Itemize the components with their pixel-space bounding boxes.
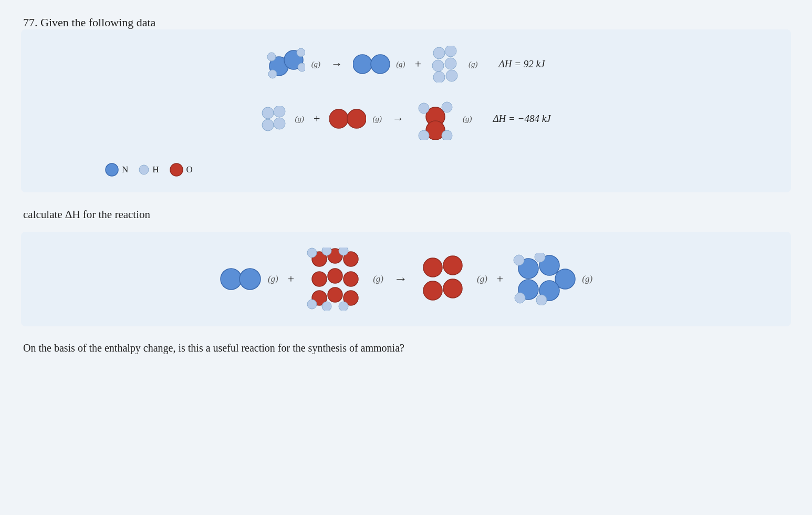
svg-point-45 — [339, 302, 348, 311]
svg-point-13 — [446, 70, 457, 81]
reaction2-deltah: ΔH = −484 kJ — [493, 113, 550, 125]
svg-point-36 — [339, 248, 348, 255]
svg-point-27 — [139, 165, 149, 174]
svg-point-39 — [343, 272, 358, 286]
question-number: 77. Given the following data — [21, 16, 155, 29]
svg-point-35 — [322, 248, 331, 255]
plus1: + — [415, 57, 421, 71]
svg-point-47 — [443, 256, 462, 275]
svg-point-9 — [445, 46, 456, 57]
legend-n: N — [105, 163, 128, 177]
svg-point-2 — [267, 53, 276, 61]
reactant1-molecule — [267, 45, 305, 83]
reaction1-arrow: → — [331, 57, 342, 71]
calculate-text: calculate ΔH for the reaction — [21, 208, 791, 221]
final-text: On the basis of the enthalpy change, is … — [21, 342, 791, 354]
svg-point-34 — [307, 248, 317, 258]
svg-point-37 — [312, 272, 327, 286]
svg-point-14 — [262, 107, 274, 119]
reaction2-arrow: → — [392, 112, 404, 126]
svg-point-22 — [442, 102, 452, 112]
svg-point-28 — [170, 163, 183, 176]
svg-point-46 — [423, 258, 442, 277]
svg-point-43 — [307, 300, 317, 309]
product1b-molecule — [431, 46, 462, 83]
product1b-g: (g) — [469, 60, 478, 69]
svg-point-19 — [347, 109, 366, 128]
svg-point-3 — [268, 70, 277, 78]
svg-point-7 — [371, 55, 390, 74]
legend-o: O — [170, 163, 193, 177]
reactant2b-g: (g) — [372, 115, 382, 123]
reaction-box: (g) + — [21, 232, 791, 326]
svg-point-6 — [353, 55, 372, 74]
main-plus2: + — [497, 272, 503, 286]
svg-point-44 — [322, 302, 331, 311]
svg-point-16 — [262, 119, 274, 131]
legend: N H O — [105, 163, 193, 177]
reaction1-deltah: ΔH = 92 kJ — [499, 58, 545, 70]
svg-point-25 — [442, 130, 452, 140]
product1a-molecule — [353, 53, 390, 76]
main-product2 — [513, 253, 576, 305]
reaction2-row: (g) + (g) → (g) ΔH = −484 k — [261, 98, 550, 140]
svg-point-29 — [221, 269, 242, 290]
reactant2a-g: (g) — [295, 115, 304, 123]
svg-point-5 — [298, 63, 305, 71]
svg-point-18 — [329, 109, 348, 128]
main-reactant1 — [220, 261, 262, 297]
svg-point-30 — [240, 269, 261, 290]
reactant2b-molecule — [329, 107, 366, 130]
legend-h-label: H — [152, 164, 159, 175]
legend-o-label: O — [186, 164, 193, 175]
main-product1 — [418, 253, 471, 305]
svg-point-49 — [443, 279, 462, 298]
svg-point-56 — [535, 253, 545, 262]
svg-point-11 — [445, 58, 456, 69]
svg-point-21 — [419, 103, 429, 114]
legend-n-label: N — [122, 164, 128, 175]
svg-point-17 — [274, 118, 285, 129]
main-reactant2-g: (g) — [373, 274, 383, 284]
product2-g: (g) — [463, 115, 472, 123]
svg-point-57 — [515, 293, 525, 303]
svg-point-12 — [433, 71, 445, 83]
reactant1-g: (g) — [311, 60, 321, 69]
question-title: 77. Given the following data — [21, 16, 791, 29]
product2-molecule — [414, 98, 456, 140]
svg-point-26 — [106, 163, 118, 176]
svg-point-48 — [423, 281, 442, 300]
reaction1-row: (g) → (g) + (g) ΔH — [267, 45, 545, 83]
reactant2a-molecule — [261, 106, 288, 131]
main-reaction-row: (g) + — [220, 248, 592, 311]
main-arrow: → — [394, 271, 408, 287]
plus2: + — [314, 112, 320, 126]
product1a-g: (g) — [396, 60, 405, 69]
legend-h: H — [139, 164, 159, 175]
svg-point-4 — [297, 48, 305, 57]
svg-point-58 — [536, 295, 547, 305]
main-reactant1-g: (g) — [268, 274, 278, 284]
main-product1-g: (g) — [477, 274, 487, 284]
svg-point-55 — [514, 255, 524, 265]
svg-point-24 — [419, 130, 429, 140]
data-box: (g) → (g) + (g) ΔH — [21, 29, 791, 192]
main-plus1: + — [288, 272, 294, 286]
svg-point-41 — [328, 287, 342, 302]
svg-point-15 — [274, 106, 285, 117]
svg-point-10 — [432, 60, 444, 71]
main-product2-g: (g) — [582, 274, 592, 284]
svg-point-38 — [328, 269, 342, 283]
main-reactant2 — [304, 248, 367, 311]
svg-point-8 — [433, 47, 445, 59]
